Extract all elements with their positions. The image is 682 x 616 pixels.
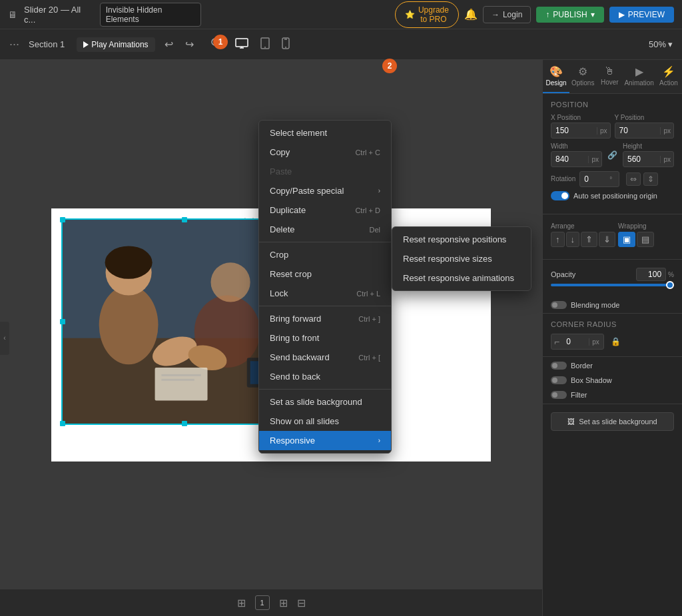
rotation-input[interactable] (580, 172, 607, 186)
upgrade-button[interactable]: ⭐ Upgrade to PRO (395, 1, 459, 28)
filter-toggle-knob (552, 392, 557, 398)
slides-overview-icon[interactable]: ⊟ (297, 597, 306, 609)
tab-title[interactable]: Slider 20 — All c... (24, 5, 93, 25)
divider-5 (543, 404, 682, 404)
resize-handle-tm[interactable] (182, 217, 187, 222)
tablet-device-button[interactable] (256, 36, 274, 53)
undo-button[interactable]: ↩ (162, 37, 176, 52)
tab-design[interactable]: 🎨 Design (543, 60, 569, 93)
box-shadow-toggle[interactable] (551, 376, 567, 384)
resize-handle-bm[interactable] (182, 421, 187, 426)
tab-options[interactable]: ⚙ Options (569, 60, 596, 93)
tab-animation[interactable]: ▶ Animation (623, 60, 655, 93)
arrange-buttons: Arrange ↑ ↓ ⇑ ⇓ (551, 222, 615, 247)
add-slide-after-icon[interactable]: ⊞ (279, 597, 288, 609)
arrange-top-button[interactable]: ⇑ (581, 232, 597, 247)
opacity-input[interactable] (636, 268, 666, 281)
ctx-paste: Paste (259, 162, 391, 181)
filter-label: Filter (571, 391, 587, 399)
ctx-show-all-slides[interactable]: Show on all slides (259, 412, 391, 431)
wrapping-text-button[interactable]: ▤ (637, 232, 654, 247)
tab-hover[interactable]: 🖱 Hover (596, 60, 623, 93)
canvas-bottom-bar: ⊞ 1 ⊞ ⊟ (0, 589, 542, 616)
ctx-bring-forward[interactable]: Bring forward Ctrl + ] (259, 309, 391, 328)
x-position-input[interactable] (551, 123, 597, 138)
submenu-reset-animations[interactable]: Reset responsive animations (392, 268, 531, 288)
blending-toggle[interactable] (551, 301, 567, 309)
box-shadow-label: Box Shadow (571, 376, 612, 384)
border-toggle[interactable] (551, 362, 567, 370)
height-input[interactable] (623, 152, 660, 166)
toolbar-dots[interactable]: ··· (9, 37, 19, 51)
arrange-up-button[interactable]: ↑ (551, 232, 565, 247)
border-row: Border (543, 358, 682, 373)
redo-button[interactable]: ↪ (182, 37, 196, 52)
link-dimensions-icon[interactable]: 🔗 (607, 151, 617, 160)
ctx-delete[interactable]: Delete Del (259, 220, 391, 239)
svg-rect-24 (161, 374, 200, 376)
svg-point-8 (264, 47, 266, 48)
auto-position-label: Auto set positioning origin (573, 192, 657, 200)
image-icon: 🖼 (567, 418, 575, 426)
auto-position-toggle[interactable] (551, 191, 569, 200)
flip-vertical-button[interactable]: ⇕ (643, 172, 658, 186)
preview-button[interactable]: ▶ PREVIEW (609, 7, 674, 23)
rotation-row: Rotation ° ⇔ ⇕ (551, 171, 674, 187)
notification-icon[interactable]: 🔔 (464, 8, 478, 21)
corner-radius-input[interactable] (562, 334, 589, 349)
corner-lock-icon[interactable]: 🔒 (608, 337, 623, 346)
ctx-lock[interactable]: Lock Ctrl + L (259, 284, 391, 303)
ctx-reset-crop[interactable]: Reset crop (259, 264, 391, 284)
resize-handle-lm[interactable] (60, 319, 65, 324)
ctx-bring-to-front[interactable]: Bring to front (259, 328, 391, 348)
opacity-percent: % (668, 271, 674, 278)
arrange-bottom-button[interactable]: ⇓ (599, 232, 615, 247)
ctx-send-backward[interactable]: Send backward Ctrl + [ (259, 348, 391, 367)
canvas-area: ‹ Add Heading (0, 60, 542, 616)
submenu-reset-positions[interactable]: Reset responsive positions (392, 230, 531, 249)
action-icon: ⚡ (662, 65, 675, 78)
width-unit[interactable]: px (588, 156, 601, 163)
y-position-input[interactable] (615, 123, 661, 138)
zoom-label[interactable]: 50% ▾ (649, 39, 673, 49)
corner-unit[interactable]: px (589, 338, 602, 346)
submenu-reset-sizes[interactable]: Reset responsive sizes (392, 249, 531, 268)
flip-horizontal-button[interactable]: ⇔ (626, 172, 641, 186)
context-menu: Select element Copy Ctrl + C Paste Copy/… (258, 120, 392, 454)
y-position-unit[interactable]: px (660, 127, 673, 135)
desktop-device-button[interactable] (231, 37, 252, 53)
ctx-copy[interactable]: Copy Ctrl + C (259, 143, 391, 162)
filter-toggle[interactable] (551, 391, 567, 399)
login-button[interactable]: → Login (483, 6, 531, 23)
hover-icon: 🖱 (604, 65, 615, 77)
mobile-device-button[interactable] (278, 36, 294, 53)
ctx-responsive[interactable]: Responsive › (259, 431, 391, 450)
arrange-down-button[interactable]: ↓ (566, 232, 580, 247)
ctx-send-to-back[interactable]: Send to back (259, 367, 391, 386)
play-animations-button[interactable]: Play Animations (77, 37, 155, 52)
toggle-knob (561, 192, 568, 199)
ctx-separator-1 (259, 242, 391, 242)
height-unit[interactable]: px (660, 156, 673, 163)
tab-action[interactable]: ⚡ Action (655, 60, 682, 93)
x-position-unit[interactable]: px (597, 127, 610, 135)
ctx-select-element[interactable]: Select element (259, 123, 391, 143)
panel-tabs: 🎨 Design ⚙ Options 🖱 Hover ▶ Animation ⚡… (543, 60, 682, 94)
set-slide-background-button[interactable]: 🖼 Set as slide background (551, 412, 674, 431)
opacity-slider[interactable] (551, 284, 674, 286)
svg-point-14 (99, 285, 159, 364)
resize-handle-bl[interactable] (60, 421, 65, 426)
ctx-set-slide-bg[interactable]: Set as slide background (259, 392, 391, 412)
ctx-duplicate[interactable]: Duplicate Ctrl + D (259, 200, 391, 220)
blending-row: Blending mode (543, 298, 682, 312)
width-input[interactable] (551, 152, 588, 166)
add-slide-before-icon[interactable]: ⊞ (237, 597, 246, 609)
left-collapse-handle[interactable]: ‹ (0, 322, 9, 355)
topbar-left: 🖥 Slider 20 — All c... Invisible Hidden … (8, 3, 201, 27)
wrapping-none-button[interactable]: ▣ (618, 232, 635, 247)
ctx-crop[interactable]: Crop (259, 245, 391, 264)
resize-handle-tl[interactable] (60, 217, 65, 222)
page-indicator[interactable]: 1 (255, 595, 270, 610)
publish-button[interactable]: ↑ PUBLISH ▾ (536, 7, 603, 23)
ctx-copy-paste-special[interactable]: Copy/Paste special › (259, 181, 391, 200)
